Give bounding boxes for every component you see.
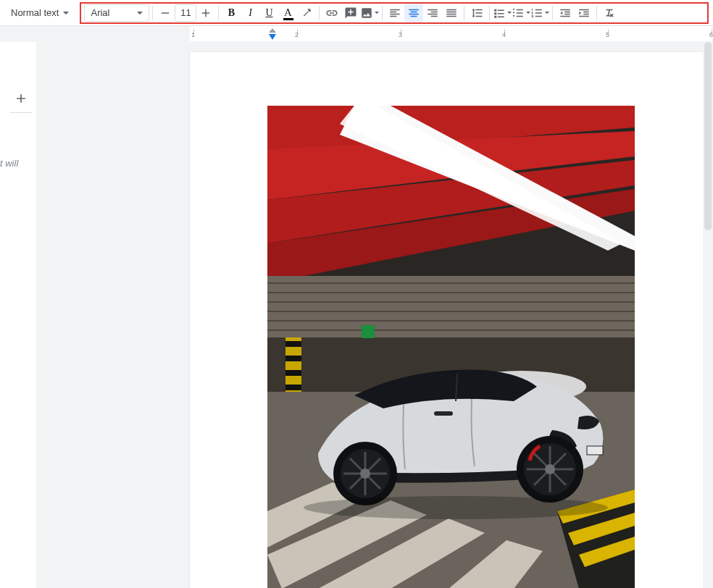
checklist-button[interactable]	[493, 4, 512, 22]
svg-marker-0	[269, 34, 276, 40]
toolbar-separator	[218, 6, 219, 20]
outline-sidebar: t will	[0, 42, 36, 588]
highlight-color-button[interactable]	[297, 4, 316, 22]
document-canvas[interactable]: Porsche Taycan 4s spotted in an indoor p…	[36, 42, 713, 588]
toolbar-separator	[596, 6, 597, 20]
line-spacing-button[interactable]	[467, 4, 486, 22]
increase-font-size-button[interactable]	[196, 4, 215, 22]
vertical-scrollbar[interactable]	[703, 42, 713, 588]
svg-rect-23	[285, 385, 301, 390]
numbered-list-button[interactable]	[530, 4, 549, 22]
svg-point-44	[545, 464, 555, 474]
svg-rect-20	[285, 341, 301, 347]
document-page[interactable]: Porsche Taycan 4s spotted in an indoor p…	[190, 52, 712, 588]
chevron-down-icon	[375, 12, 379, 14]
insert-image-button[interactable]	[360, 4, 379, 22]
chevron-down-icon	[137, 12, 143, 14]
add-comment-button[interactable]	[341, 4, 360, 22]
inserted-image-wrapper[interactable]	[267, 106, 635, 588]
ruler-number: 2	[295, 31, 299, 38]
scrollbar-thumb[interactable]	[704, 42, 712, 230]
align-right-button[interactable]	[423, 4, 442, 22]
svg-rect-37	[434, 411, 453, 416]
bulleted-list-button[interactable]	[512, 4, 530, 22]
paragraph-style-label: Normal text	[11, 7, 59, 18]
ruler-margin-region	[0, 26, 190, 41]
add-outline-button[interactable]	[10, 91, 32, 113]
inserted-image[interactable]	[267, 106, 635, 588]
italic-button[interactable]: I	[241, 4, 259, 22]
outline-hint-text: t will	[0, 158, 35, 169]
svg-rect-36	[587, 446, 603, 455]
increase-indent-button[interactable]	[575, 4, 593, 22]
ruler-number: 1	[191, 31, 195, 38]
paragraph-style-dropdown[interactable]: Normal text	[4, 4, 75, 22]
font-family-label: Arial	[91, 7, 109, 18]
toolbar-separator	[464, 6, 464, 20]
horizontal-ruler[interactable]: 1 2 3 4 5 6	[0, 26, 713, 42]
align-left-button[interactable]	[385, 4, 404, 22]
text-color-button[interactable]: A	[278, 4, 297, 22]
first-line-indent-marker[interactable]	[268, 33, 277, 41]
formatting-toolbar: Normal text Arial B I U A	[0, 0, 713, 26]
chevron-down-icon	[545, 12, 549, 14]
font-size-input[interactable]	[175, 4, 196, 22]
align-center-button[interactable]	[404, 4, 423, 22]
ruler-number: 6	[709, 31, 713, 38]
insert-link-button[interactable]	[322, 4, 341, 22]
workspace: t will	[0, 42, 713, 588]
svg-point-52	[304, 496, 608, 519]
ruler-number: 5	[606, 31, 609, 38]
clear-formatting-button[interactable]	[600, 4, 619, 22]
align-justify-button[interactable]	[442, 4, 461, 22]
toolbar-separator	[382, 6, 383, 20]
underline-button[interactable]: U	[259, 4, 278, 22]
svg-rect-22	[285, 370, 301, 376]
decrease-indent-button[interactable]	[556, 4, 575, 22]
font-family-dropdown[interactable]: Arial	[84, 4, 149, 22]
chevron-down-icon	[63, 12, 69, 14]
left-gutter	[36, 42, 190, 588]
page-content: Porsche Taycan 4s spotted in an indoor p…	[190, 106, 712, 588]
decrease-font-size-button[interactable]	[156, 4, 175, 22]
left-indent-marker[interactable]	[268, 28, 277, 33]
toolbar-separator	[152, 6, 153, 20]
toolbar-separator	[552, 6, 553, 20]
toolbar-separator	[489, 6, 490, 20]
toolbar-separator	[319, 6, 320, 20]
highlighted-toolbar-region: Arial B I U A	[80, 2, 709, 24]
svg-point-51	[360, 469, 370, 479]
ruler-number: 3	[399, 31, 402, 38]
svg-marker-1	[269, 28, 276, 33]
bold-button[interactable]: B	[222, 4, 241, 22]
svg-rect-9	[267, 276, 635, 341]
svg-rect-17	[362, 325, 375, 338]
ruler-number: 4	[502, 31, 506, 38]
svg-rect-21	[285, 356, 301, 361]
ruler-active-region: 1 2 3 4 5 6	[190, 26, 713, 41]
